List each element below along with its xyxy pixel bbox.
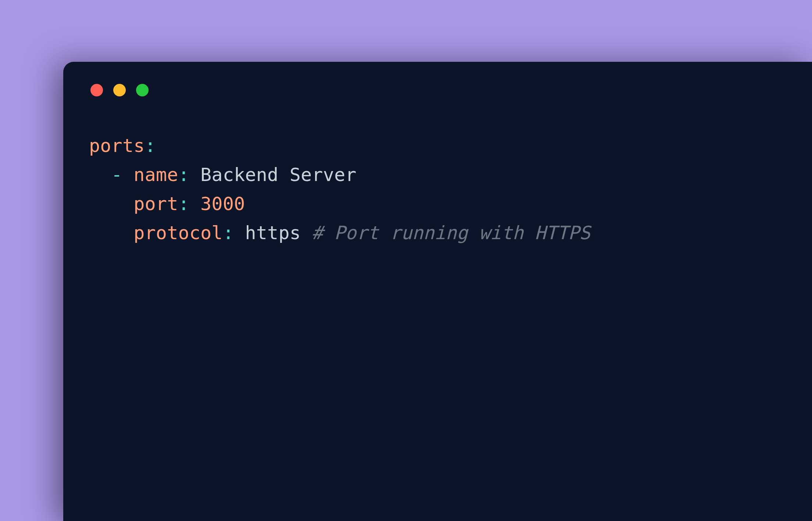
maximize-icon[interactable] [136, 84, 149, 96]
traffic-lights [90, 84, 786, 96]
yaml-indent [89, 222, 133, 244]
yaml-colon: : [223, 222, 245, 244]
yaml-comment: # Port running with HTTPS [312, 222, 591, 244]
yaml-colon: : [145, 135, 156, 156]
yaml-colon: : [178, 193, 200, 215]
yaml-key: port [133, 193, 178, 215]
code-block: ports: - name: Backend Server port: 3000… [89, 131, 786, 248]
yaml-dash: - [111, 164, 134, 185]
code-window: ports: - name: Backend Server port: 3000… [63, 62, 812, 521]
yaml-key: protocol [133, 222, 222, 244]
yaml-key: name [133, 164, 178, 185]
yaml-string: https [245, 222, 312, 244]
yaml-colon: : [178, 164, 200, 185]
close-icon[interactable] [90, 84, 103, 96]
yaml-number: 3000 [200, 193, 245, 215]
yaml-indent [89, 164, 111, 185]
minimize-icon[interactable] [113, 84, 126, 96]
yaml-indent [89, 193, 133, 215]
yaml-key: ports [89, 135, 145, 156]
yaml-string: Backend Server [200, 164, 356, 185]
